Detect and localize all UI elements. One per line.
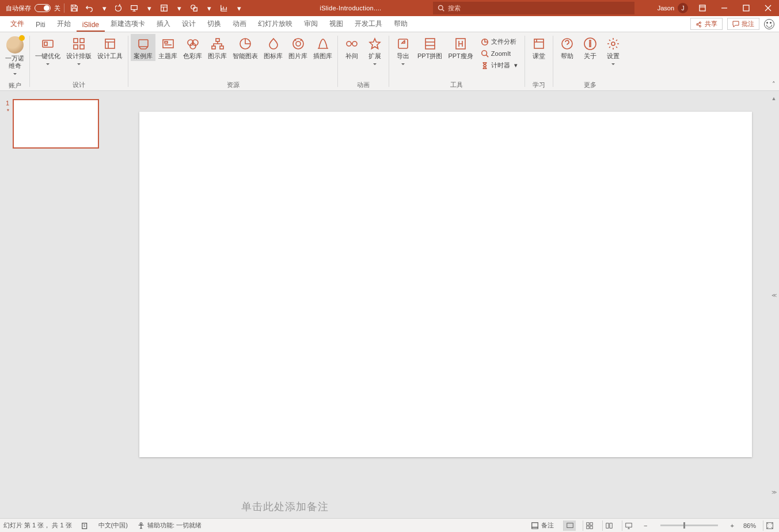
ppt-collage-button[interactable]: PPT拼图 [415,34,445,61]
group-label-more: 更多 [556,79,625,90]
vertical-scrollbar[interactable]: ▲ ≪ ≫ [770,96,778,495]
layout-icon[interactable] [158,2,170,14]
tab-developer[interactable]: 开发工具 [349,17,388,32]
tab-piti[interactable]: Piti [30,18,51,32]
redo-icon[interactable] [113,2,126,14]
scroll-up-icon[interactable]: ▲ [772,96,777,101]
shapes-icon[interactable] [188,2,200,14]
group-label-study: 学习 [527,79,550,90]
export-button[interactable]: 导出 [392,34,415,70]
reading-view-icon[interactable] [602,520,615,531]
slide-canvas[interactable] [139,112,752,457]
smart-chart-button[interactable]: 智能图表 [230,34,261,61]
theme-library-button[interactable]: 主题库 [155,34,180,61]
prev-slide-icon[interactable]: ≪ [772,292,777,298]
account-button[interactable]: 一万诺 维奇 [2,34,27,79]
tab-review[interactable]: 审阅 [298,17,324,32]
menu-tabs: 文件 Piti 开始 iSlide 新建选项卡 插入 设计 切换 动画 幻灯片放… [0,16,779,32]
share-button[interactable]: 共享 [690,18,723,30]
save-icon[interactable] [68,2,81,14]
tween-button[interactable]: 补间 [340,34,363,61]
svg-point-26 [347,41,351,46]
tab-animation[interactable]: 动画 [227,17,252,32]
help-button[interactable]: 帮助 [556,34,579,61]
svg-rect-5 [700,5,705,11]
feedback-smiley-icon[interactable] [764,19,774,29]
sorter-view-icon[interactable] [583,520,595,531]
extend-button[interactable]: 扩展 [363,34,386,70]
svg-rect-0 [131,6,138,10]
spellcheck-icon[interactable] [79,522,92,530]
tab-home[interactable]: 开始 [51,17,77,32]
zoom-percent[interactable]: 86% [743,522,756,529]
present-from-start-icon[interactable] [128,2,140,14]
close-icon[interactable] [757,0,779,16]
image-library-button[interactable]: 图片库 [286,34,310,61]
svg-rect-15 [163,40,173,48]
undo-icon[interactable] [83,2,96,14]
tab-islide[interactable]: iSlide [77,18,105,32]
zoom-slider[interactable] [660,525,718,526]
tab-design[interactable]: 设计 [176,17,202,32]
minimize-icon[interactable] [713,0,735,16]
notes-toggle-button[interactable]: 备注 [529,521,556,530]
one-click-optimize-button[interactable]: 一键优化 [32,34,63,70]
timer-button[interactable]: 计时器 ▾ [478,60,520,71]
svg-rect-21 [212,46,215,49]
normal-view-icon[interactable] [563,520,576,531]
qat-more-2-icon[interactable]: ▾ [173,2,185,14]
svg-point-25 [296,41,301,46]
qat-more-1-icon[interactable]: ▾ [143,2,155,14]
slide-position: 幻灯片 第 1 张， 共 1 张 [3,521,72,530]
maximize-icon[interactable] [735,0,757,16]
group-label-anim: 动画 [340,79,386,90]
notes-placeholder[interactable]: 单击此处添加备注 [241,500,329,514]
svg-rect-43 [586,522,588,525]
user-account[interactable]: Jason J [658,3,691,13]
icon-library-button[interactable]: 图标库 [261,34,286,61]
design-tools-button[interactable]: 设计工具 [94,34,126,61]
next-slide-icon[interactable]: ≫ [772,489,777,495]
tab-newtab[interactable]: 新建选项卡 [105,17,151,32]
qat-more-3-icon[interactable]: ▾ [203,2,215,14]
slideshow-view-icon[interactable] [622,520,634,531]
fit-to-window-icon[interactable] [763,520,776,531]
chart-icon[interactable] [218,2,230,14]
zoom-out-icon[interactable]: − [641,522,649,529]
autosave-toggle[interactable] [35,4,51,12]
qat-customize-icon[interactable]: ▾ [233,2,245,14]
case-library-button[interactable]: 案例库 [131,34,155,61]
settings-button[interactable]: 设置 [602,34,625,70]
zoom-in-icon[interactable]: + [728,522,736,529]
about-button[interactable]: 关于 [579,34,602,61]
tab-slideshow[interactable]: 幻灯片放映 [252,17,298,32]
comments-button[interactable]: 批注 [727,18,759,30]
language-indicator[interactable]: 中文(中国) [98,521,128,530]
tab-help[interactable]: 帮助 [388,17,413,32]
color-library-button[interactable]: 色彩库 [180,34,205,61]
tab-view[interactable]: 视图 [324,17,349,32]
svg-rect-22 [220,46,223,49]
svg-rect-11 [74,45,78,49]
accessibility-button[interactable]: 辅助功能: 一切就绪 [135,521,204,530]
undo-more-icon[interactable]: ▾ [98,2,111,14]
illustration-library-button[interactable]: 插图库 [310,34,335,61]
svg-rect-20 [216,39,219,41]
file-analysis-button[interactable]: 文件分析 [478,36,520,47]
collapse-ribbon-icon[interactable]: ˄ [772,81,776,88]
tab-insert[interactable]: 插入 [151,17,176,32]
design-layout-button[interactable]: 设计排版 [63,34,94,70]
autosave-state: 关 [54,4,60,13]
search-input[interactable]: 搜索 [433,2,634,14]
classroom-button[interactable]: 课堂 [527,34,550,61]
svg-rect-45 [586,526,588,528]
diagram-library-button[interactable]: 图示库 [205,34,230,61]
tab-file[interactable]: 文件 [5,17,30,32]
zoomit-button[interactable]: ZoomIt [478,48,520,59]
ribbon-display-options-icon[interactable] [691,0,713,16]
svg-rect-42 [567,523,573,527]
ppt-slim-button[interactable]: PPT瘦身 [445,34,476,61]
tab-transition[interactable]: 切换 [202,17,227,32]
slide-thumbnail-1[interactable] [13,99,99,149]
svg-point-2 [191,5,195,9]
